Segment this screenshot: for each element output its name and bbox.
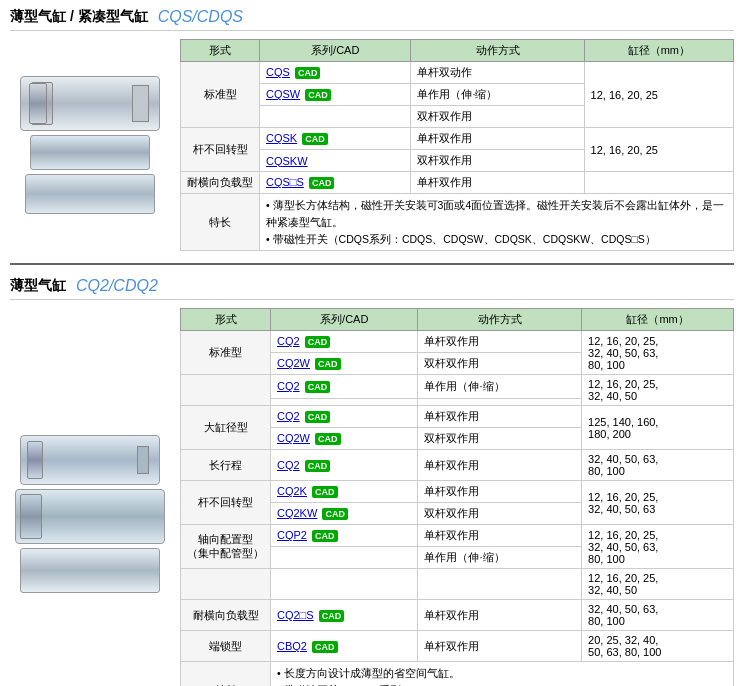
table-row: 标准型 CQ2 CAD 单杆双作用 12, 16, 20, 25,32, 40,…	[181, 331, 734, 353]
cad-badge[interactable]: CAD	[315, 433, 341, 445]
section1-table: 形式 系列/CAD 动作方式 缸径（mm） 标准型 CQS CAD 单杆双动作 …	[180, 39, 734, 251]
action-cell: 双杆双作用	[418, 428, 582, 450]
cad-badge[interactable]: CAD	[312, 641, 338, 653]
action-cell: 单杆双作用	[418, 525, 582, 547]
series-link[interactable]: CBQ2	[277, 640, 307, 652]
table-row: 轴向配置型（集中配管型） CQP2 CAD 单杆双作用 12, 16, 20, …	[181, 525, 734, 547]
table-row: 12, 16, 20, 25,32, 40, 50	[181, 569, 734, 600]
cylinder-image-s2-2	[15, 489, 165, 544]
action-cell: 双杆双作用	[418, 353, 582, 375]
action-cell	[418, 398, 582, 405]
section2-content: 形式 系列/CAD 动作方式 缸径（mm） 标准型 CQ2 CAD 单杆双作用 …	[10, 308, 734, 686]
series-cell: CQ2 CAD	[271, 450, 418, 481]
series-cell	[260, 106, 411, 128]
table-row: 耐横向负载型 CQS□S CAD 单杆双作用	[181, 172, 734, 194]
series-link[interactable]: CQ2	[277, 380, 300, 392]
table-row: CQ2 CAD 单作用（伸·缩） 12, 16, 20, 25,32, 40, …	[181, 375, 734, 399]
series-link-cqs[interactable]: CQS	[266, 66, 290, 78]
row-label: 耐横向负载型	[181, 600, 271, 631]
series-link-cqss[interactable]: CQS□S	[266, 176, 304, 188]
series-link[interactable]: CQ2W	[277, 432, 310, 444]
bore-cell	[584, 172, 733, 194]
action-cell: 单作用（伸·缩）	[418, 375, 582, 399]
series-cell: CQP2 CAD	[271, 525, 418, 547]
action-cell: 双杆双作用	[418, 503, 582, 525]
col-header-type: 形式	[181, 40, 260, 62]
series-cell	[271, 569, 418, 600]
section2-header: 薄型气缸 CQ2/CDQ2	[10, 277, 734, 300]
series-link[interactable]: CQP2	[277, 529, 307, 541]
row-label-standard: 标准型	[181, 62, 260, 128]
action-cell: 双杆双作用	[411, 150, 584, 172]
series-cell: CQS□S CAD	[260, 172, 411, 194]
feature-cell: 薄型长方体结构，磁性开关安装可3面或4面位置选择。磁性开关安装后不会露出缸体外，…	[260, 194, 734, 251]
action-cell: 单杆双动作	[411, 62, 584, 84]
series-cell: CQ2KW CAD	[271, 503, 418, 525]
bore-cell: 12, 16, 20, 25	[584, 62, 733, 128]
row-label: 标准型	[181, 331, 271, 375]
cad-badge[interactable]: CAD	[305, 460, 331, 472]
series-link[interactable]: CQ2□S	[277, 609, 314, 621]
cad-badge[interactable]: CAD	[305, 89, 331, 101]
series-link[interactable]: CQ2K	[277, 485, 307, 497]
series-cell: CQ2W CAD	[271, 428, 418, 450]
series-link[interactable]: CQ2	[277, 459, 300, 471]
table-row-feature2: 特长 长度方向设计成薄型的省空间气缸。 带磁性开关（CDQ2系列：CDQ2、CD…	[181, 662, 734, 686]
row-label-lateral: 耐横向负载型	[181, 172, 260, 194]
feature-item: 带磁性开关（CDQ2系列：CDQ2、CDQ2W、CDQ2K、CDQ2KW、CDQ…	[277, 682, 727, 686]
row-label: 大缸径型	[181, 406, 271, 450]
cad-badge[interactable]: CAD	[295, 67, 321, 79]
series-cell: CQ2 CAD	[271, 375, 418, 399]
series-link-cqskw[interactable]: CQSKW	[266, 155, 308, 167]
section1-title-cn: 薄型气缸 / 紧凑型气缸	[10, 8, 148, 26]
section-divider	[10, 263, 734, 265]
cylinder-image-3	[25, 174, 155, 214]
table-row: 杆不回转型 CQSK CAD 单杆双作用 12, 16, 20, 25	[181, 128, 734, 150]
series-link[interactable]: CQ2KW	[277, 507, 317, 519]
table-row-feature: 特长 薄型长方体结构，磁性开关安装可3面或4面位置选择。磁性开关安装后不会露出缸…	[181, 194, 734, 251]
series-link-cqsk[interactable]: CQSK	[266, 132, 297, 144]
section1-title-jp: CQS/CDQS	[158, 8, 243, 26]
cad-badge[interactable]: CAD	[305, 411, 331, 423]
cad-badge[interactable]: CAD	[305, 336, 331, 348]
action-cell: 单杆双作用	[418, 406, 582, 428]
cylinder-image-s2-3	[20, 548, 160, 593]
cad-badge[interactable]: CAD	[302, 133, 328, 145]
section1-header: 薄型气缸 / 紧凑型气缸 CQS/CDQS	[10, 8, 734, 31]
cad-badge[interactable]: CAD	[322, 508, 348, 520]
row-label: 杆不回转型	[181, 481, 271, 525]
col-header-series: 系列/CAD	[260, 40, 411, 62]
bore-cell: 32, 40, 50, 63,80, 100	[582, 450, 734, 481]
row-label	[181, 569, 271, 600]
cad-badge[interactable]: CAD	[315, 358, 341, 370]
section2-images	[10, 308, 170, 686]
action-cell: 单杆双作用	[411, 172, 584, 194]
action-cell: 单作用（伸·缩）	[411, 84, 584, 106]
series-cell: CQ2 CAD	[271, 331, 418, 353]
series-link[interactable]: CQ2W	[277, 357, 310, 369]
bore-cell: 12, 16, 20, 25,32, 40, 50	[582, 569, 734, 600]
cad-badge[interactable]: CAD	[319, 610, 345, 622]
col-header-type2: 形式	[181, 309, 271, 331]
bore-cell: 12, 16, 20, 25,32, 40, 50	[582, 375, 734, 406]
action-cell: 单杆双作用	[418, 331, 582, 353]
series-cell: CQS CAD	[260, 62, 411, 84]
action-cell	[418, 569, 582, 600]
action-cell: 单杆双作用	[411, 128, 584, 150]
series-link[interactable]: CQ2	[277, 335, 300, 347]
series-cell: CQ2□S CAD	[271, 600, 418, 631]
cad-badge[interactable]: CAD	[309, 177, 335, 189]
series-cell	[271, 547, 418, 569]
table-row: 长行程 CQ2 CAD 单杆双作用 32, 40, 50, 63,80, 100	[181, 450, 734, 481]
cad-badge[interactable]: CAD	[305, 381, 331, 393]
row-label: 轴向配置型（集中配管型）	[181, 525, 271, 569]
row-label	[181, 375, 271, 406]
series-cell: CQ2W CAD	[271, 353, 418, 375]
table-row: 杆不回转型 CQ2K CAD 单杆双作用 12, 16, 20, 25,32, …	[181, 481, 734, 503]
cylinder-image-1	[20, 76, 160, 131]
cad-badge[interactable]: CAD	[312, 530, 338, 542]
series-link[interactable]: CQ2	[277, 410, 300, 422]
cad-badge[interactable]: CAD	[312, 486, 338, 498]
series-link-cqsw[interactable]: CQSW	[266, 88, 300, 100]
action-cell: 双杆双作用	[411, 106, 584, 128]
